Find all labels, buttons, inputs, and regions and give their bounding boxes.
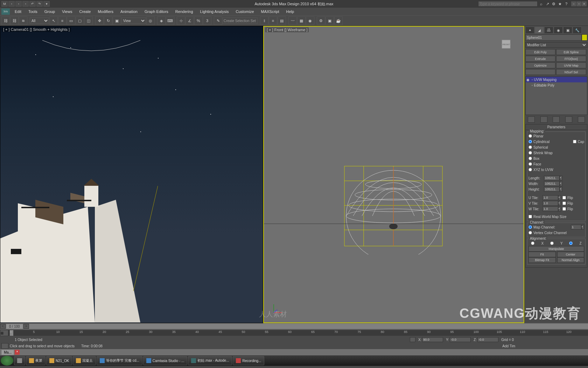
keyboard-shortcut-icon[interactable]: ⌨ [166,16,174,25]
qat-more-icon[interactable]: ▾ [43,1,50,7]
manipulate-icon[interactable]: ◈ [157,16,166,25]
mapping-cylindrical-radio[interactable] [528,140,532,143]
cmdtab-motion[interactable]: ◉ [554,27,563,34]
bind-spacewarp-icon[interactable]: ≋ [19,16,27,25]
mapping-box-radio[interactable] [528,157,532,160]
script-listener-icon[interactable] [1,337,6,342]
mapping-xyztouvw-radio[interactable] [528,168,532,171]
make-unique-icon[interactable] [553,116,560,123]
timeslider-next[interactable]: > [23,324,29,329]
fit-button[interactable]: Fit [528,252,556,257]
center-button[interactable]: Center [557,252,584,257]
help-search-input[interactable] [478,1,538,7]
cmdtab-modify[interactable]: ◢ [535,27,544,34]
max-script-icon[interactable] [6,337,11,342]
realworld-checkbox[interactable] [528,215,532,218]
viewcube[interactable]: FRONT [496,34,517,55]
pin-stack-icon[interactable] [528,116,535,123]
vtile-input[interactable] [542,201,558,206]
link-icon[interactable]: ⛓ [1,16,10,25]
taskbar-item[interactable]: 初始.max - Autode... [188,356,232,365]
width-input[interactable] [544,181,560,186]
layer-icon[interactable]: ▤ [278,16,286,25]
cmdtab-hierarchy[interactable]: 品 [544,27,553,34]
close-button[interactable]: × [582,1,587,6]
menu-animation[interactable]: Animation [117,8,141,15]
object-color-swatch[interactable] [582,34,587,41]
undo-icon[interactable]: ↶ [29,1,36,7]
stack-item-uvwmapping[interactable]: ◉ ▫ UVW Mapping [526,77,587,82]
normalalign-button[interactable]: Normal Align [557,257,584,263]
mdi-close-icon[interactable]: × [15,350,20,355]
modbtn-uvwmap[interactable]: UVW Map [556,62,586,68]
modbtn-optimize[interactable]: Optimize [525,62,555,68]
app-logo[interactable]: 3ds [1,8,10,15]
minimize-button[interactable]: − [571,1,576,6]
show-end-result-icon[interactable] [540,116,547,123]
percent-snap-icon[interactable]: % [194,16,203,25]
transform-z-input[interactable] [477,337,498,342]
length-input[interactable] [544,176,560,180]
timeslider-prev[interactable]: < [0,324,6,329]
redo-icon[interactable]: ↷ [36,1,43,7]
spinner-snap-icon[interactable]: 3 [203,16,211,25]
wflip-checkbox[interactable] [562,207,566,211]
align-z-radio[interactable] [569,241,573,245]
align-icon[interactable]: ≡ [269,16,277,25]
taskbar-item[interactable]: 等你的季节 完整 cd... [97,356,142,365]
mirror-icon[interactable]: ⦀ [260,16,268,25]
help-icon[interactable]: ? [564,1,569,7]
pivot-icon[interactable]: ◎ [146,16,155,25]
render-setup-icon[interactable]: ⚙ [317,16,325,25]
timeslider-track[interactable] [29,324,588,329]
start-button[interactable] [1,356,13,366]
taskbar-item[interactable]: Camtasia Studio - ... [143,356,188,365]
modifier-list-dropdown[interactable]: Modifier List [525,42,587,48]
modbtn-ffdbox[interactable]: FFD(box) [556,56,586,62]
search-icon[interactable]: ⌕ [538,1,544,7]
object-name-input[interactable] [525,34,582,41]
viewport-label-right[interactable]: [ + ] Front [] Wireframe ] [265,27,309,32]
menu-tools[interactable]: Tools [25,8,41,15]
render-icon[interactable]: ☕ [334,16,343,25]
menu-customize[interactable]: Customize [232,8,258,15]
snap-icon[interactable]: ⊹ [177,16,185,25]
bitmapfit-button[interactable]: Bitmap Fit [528,257,556,263]
render-frame-icon[interactable]: ▣ [326,16,334,25]
curve-editor-icon[interactable]: 〰 [288,16,297,25]
cmdtab-display[interactable]: ▣ [563,27,572,34]
visibility-icon[interactable]: ◉ [526,78,531,82]
transform-y-input[interactable] [450,337,471,342]
modbtn-extrude[interactable]: Extrude [525,56,555,62]
prompt-icon[interactable] [1,343,8,349]
new-icon[interactable]: ▫ [8,1,15,7]
taskbar-item[interactable]: Recording... [233,356,264,365]
modbtn-nsurfsel[interactable]: NSurf Sel [556,69,586,75]
menu-help[interactable]: Help [283,8,298,15]
menu-modifiers[interactable]: Modifiers [94,8,117,15]
manipulate-button[interactable]: Manipulate [528,246,584,252]
timeline-ruler[interactable]: 0510152025303540455055606570758085909510… [8,330,588,336]
named-selection-input[interactable] [223,18,258,24]
cap-checkbox[interactable] [573,140,576,143]
menu-create[interactable]: Create [76,8,94,15]
menu-edit[interactable]: Edit [11,8,25,15]
maximize-button[interactable]: ▫ [576,1,581,6]
spinner-buttons[interactable]: ▴ [560,187,562,192]
menu-views[interactable]: Views [58,8,76,15]
viewport-camera[interactable]: [ + ] Camera01 [] Smooth + Highlights ] [0,26,263,323]
spinner-buttons[interactable]: ▴ [560,176,562,180]
taskbar-explorer-pinned[interactable] [14,356,25,365]
menu-rendering[interactable]: Rendering [172,8,197,15]
taskbar-item[interactable]: 混凝土 [73,356,96,365]
editnamed-icon[interactable]: ✎ [214,16,222,25]
lock-selection-icon[interactable] [410,337,415,342]
modbtn-blank[interactable] [525,69,555,75]
spinner-buttons[interactable]: ▴ [558,206,561,211]
mapping-planar-radio[interactable] [528,134,532,138]
utile-input[interactable] [542,195,558,200]
modbtn-editspline[interactable]: Edit Spline [556,49,586,55]
cmdtab-utilities[interactable]: 🔧 [573,27,582,34]
remove-modifier-icon[interactable] [565,116,572,123]
communication-icon[interactable]: ⚙ [551,1,556,7]
